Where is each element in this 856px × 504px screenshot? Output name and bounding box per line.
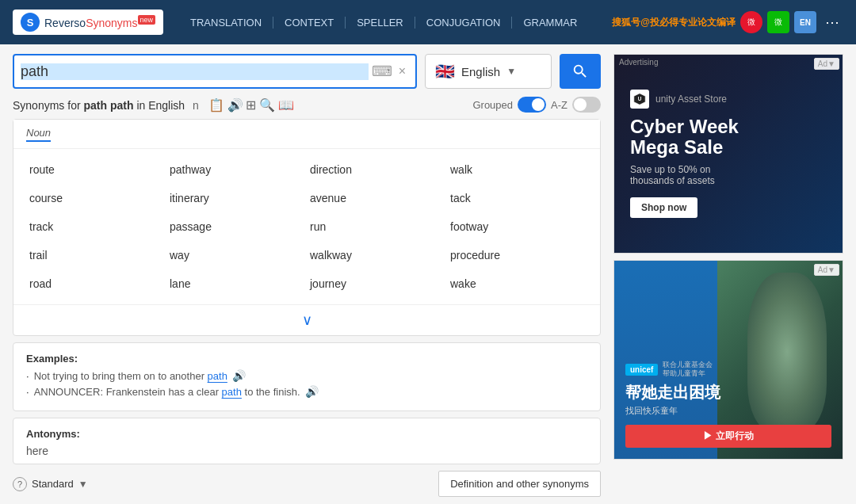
syn-word-itinerary[interactable]: itinerary [166, 184, 307, 212]
antonyms-title: Antonyms: [26, 428, 587, 440]
example-link-path-2[interactable]: path [222, 386, 242, 398]
en-icon[interactable]: EN [794, 11, 816, 33]
syn-word-trail[interactable]: trail [26, 241, 166, 269]
syn-word: path [83, 99, 107, 112]
syn-word-course[interactable]: course [26, 184, 166, 212]
ad-badge-2[interactable]: Ad▼ [814, 264, 839, 276]
speaker-icon[interactable]: 🔊 [227, 98, 243, 112]
logo-s-icon: S [21, 13, 40, 32]
syn-word-avenue[interactable]: avenue [307, 184, 447, 212]
ad2-action-button[interactable]: ▶ 立即行动 [625, 425, 831, 448]
chevron-down-icon: ∨ [302, 311, 312, 329]
nav-translation[interactable]: TRANSLATION [179, 17, 273, 29]
search-area: ⌨ × 🇬🇧 English ▼ [13, 54, 601, 89]
examples-section: Examples: · Not trying to bring them on … [13, 342, 601, 411]
az-toggle-knob [574, 98, 587, 111]
weibo-icon[interactable]: 微 [740, 11, 762, 33]
logo-reverso: Reverso [44, 16, 86, 29]
antonym-word-here[interactable]: here [26, 445, 587, 457]
syn-word-journey[interactable]: journey [307, 269, 447, 298]
ad-panel-2: Advertising Ad▼ unicef 联合儿童基金会帮助儿童青年 帮她走… [613, 260, 843, 460]
ad1-background: U unity Asset Store Cyber WeekMega Sale … [614, 55, 843, 253]
svg-text:U: U [638, 96, 642, 101]
speaker-example-2-icon[interactable]: 🔊 [305, 385, 319, 398]
more-icon[interactable]: ⋯ [821, 11, 843, 33]
az-label: A-Z [551, 99, 567, 111]
search-button[interactable] [560, 54, 601, 89]
nav-context[interactable]: CONTEXT [273, 17, 346, 29]
standard-label: Standard [32, 478, 74, 490]
search-box: ⌨ × [13, 54, 417, 89]
syn-word-pathway[interactable]: pathway [166, 155, 307, 184]
antonyms-section: Antonyms: here [13, 418, 601, 464]
noun-label: Noun [26, 127, 51, 142]
noun-header: Noun [13, 120, 600, 149]
az-toggle[interactable] [572, 97, 601, 113]
nav-conjugation[interactable]: CONJUGATION [415, 17, 513, 29]
synonyms-header: Synonyms for path path in English n 📋 🔊 … [13, 97, 601, 113]
grouped-toggle[interactable] [518, 97, 546, 113]
nav-speller[interactable]: SPELLER [346, 17, 415, 29]
ad2-overlay: unicef 联合儿童基金会帮助儿童青年 帮她走出困境 找回快乐童年 ▶ 立即行… [614, 261, 843, 459]
grouped-area: Grouped A-Z [472, 97, 601, 113]
syn-suffix: in English [136, 99, 185, 112]
header: S ReversoSynonymsnew TRANSLATION CONTEXT… [0, 0, 856, 44]
syn-word-footway[interactable]: footway [447, 212, 587, 241]
language-label: English [461, 65, 500, 78]
syn-word-lane[interactable]: lane [166, 269, 307, 298]
language-selector[interactable]: 🇬🇧 English ▼ [425, 54, 552, 89]
syn-word-road[interactable]: road [26, 269, 166, 298]
help-icon[interactable]: ? [13, 477, 27, 491]
copy-icon[interactable]: 📋 [208, 98, 224, 112]
toggle-knob [532, 98, 545, 111]
synonyms-grid: route pathway direction walk course itin… [13, 149, 600, 304]
syn-word-tack[interactable]: tack [447, 184, 587, 212]
header-social-icons: 搜狐号@投必得专业论文编译 微 微 EN ⋯ [612, 11, 843, 33]
syn-word-route[interactable]: route [26, 155, 166, 184]
zoom-icon[interactable]: 🔍 [259, 98, 275, 112]
search-icon [571, 63, 589, 80]
syn-word-direction[interactable]: direction [307, 155, 447, 184]
sohu-text: 搜狐号@投必得专业论文编译 [612, 16, 736, 29]
ad1-store-label: unity Asset Store [655, 94, 727, 105]
ad-badge-1[interactable]: Ad▼ [814, 58, 839, 70]
syn-word-track[interactable]: track [26, 212, 166, 241]
grid-icon[interactable]: ⊞ [246, 98, 256, 112]
example-text-2: ANNOUNCER: Frankenstein has a clear path… [34, 386, 300, 398]
syn-word-passage[interactable]: passage [166, 212, 307, 241]
definition-button[interactable]: Definition and other synonyms [438, 471, 601, 497]
show-more-button[interactable]: ∨ [13, 304, 600, 335]
ad1-shop-button[interactable]: Shop now [630, 197, 697, 218]
nav-grammar[interactable]: GRAMMAR [512, 17, 588, 29]
wechat-icon[interactable]: 微 [767, 11, 789, 33]
book-icon[interactable]: 📖 [278, 98, 294, 112]
search-input[interactable] [21, 63, 369, 80]
logo-synonyms: Synonyms [86, 16, 137, 29]
synonyms-box: Noun route pathway direction walk course… [13, 119, 601, 336]
syn-word-walk[interactable]: walk [447, 155, 587, 184]
flag-icon: 🇬🇧 [435, 62, 455, 81]
ad2-title: 帮她走出困境 [625, 383, 831, 402]
clear-icon[interactable]: × [396, 61, 409, 82]
ad2-logo: unicef 联合儿童基金会帮助儿童青年 [625, 361, 831, 378]
advertising-label-1: Advertising [619, 58, 658, 67]
syn-pos: n [193, 99, 199, 112]
example-item-1: · Not trying to bring them on to another… [26, 369, 587, 382]
syn-word-wake[interactable]: wake [447, 269, 587, 298]
ad2-subtitle: 找回快乐童年 [625, 405, 831, 417]
standard-select[interactable]: ? Standard ▼ [13, 477, 88, 491]
bottom-bar: ? Standard ▼ Definition and other synony… [13, 464, 601, 497]
example-link-path-1[interactable]: path [208, 370, 227, 382]
syn-word-run[interactable]: run [307, 212, 447, 241]
syn-word-walkway[interactable]: walkway [307, 241, 447, 269]
synonyms-title: Synonyms for path path in English n 📋 🔊 … [13, 97, 294, 113]
speaker-example-1-icon[interactable]: 🔊 [232, 369, 246, 382]
ad1-logo: U unity Asset Store [630, 90, 727, 109]
syn-word-procedure[interactable]: procedure [447, 241, 587, 269]
logo[interactable]: S ReversoSynonymsnew [13, 10, 163, 35]
syn-word-way[interactable]: way [166, 241, 307, 269]
syn-prefix: Synonyms for [13, 99, 81, 112]
grouped-label: Grouped [472, 99, 513, 111]
keyboard-icon[interactable]: ⌨ [369, 59, 396, 83]
bullet-2: · [26, 386, 29, 398]
